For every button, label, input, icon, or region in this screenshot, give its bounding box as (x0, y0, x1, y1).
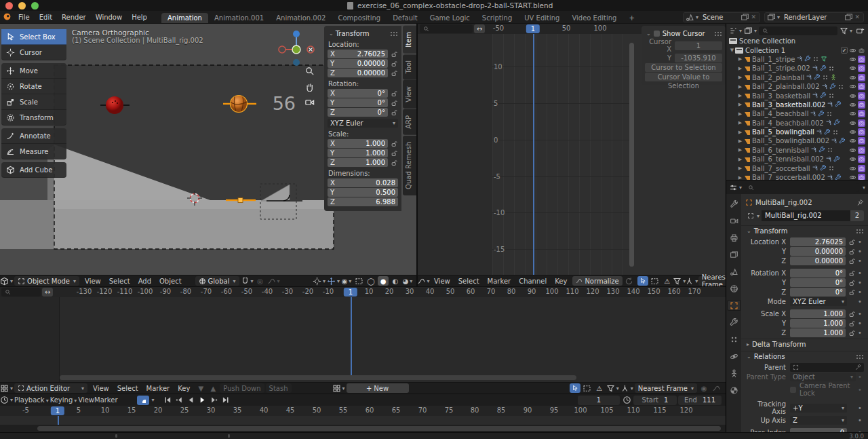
disclosure-icon[interactable]: ▶ (737, 75, 743, 80)
properties-options-dropdown[interactable]: ▾ (863, 185, 865, 191)
cursor-value-to-selection-button[interactable]: Cursor Value to Selection (645, 73, 722, 81)
outliner-object-row[interactable]: ▶ Ball_4_beachball.002 (729, 119, 868, 128)
next-keyframe-button[interactable] (209, 396, 220, 405)
graph-grid[interactable] (492, 34, 631, 275)
disclosure-icon[interactable]: ▶ (737, 120, 743, 126)
rotation-mode-dropdown[interactable]: XYZ Euler▾ (328, 119, 398, 128)
dope-sheet[interactable]: -130-120-110-100-90-80-70-60-50-40-30-20… (0, 286, 726, 382)
timeline[interactable]: -551015202530354045505560657075808590951… (0, 406, 726, 425)
disable-in-renders-icon[interactable] (858, 92, 865, 100)
current-frame-badge[interactable]: 1 (51, 406, 64, 415)
play-reverse-button[interactable] (186, 396, 197, 405)
hide-in-viewport-icon[interactable] (849, 128, 856, 136)
animate-dot[interactable]: • (856, 288, 864, 296)
animate-dot[interactable]: • (856, 269, 864, 277)
animate-dot[interactable]: • (856, 417, 864, 424)
workspace-tab[interactable]: Compositing (332, 13, 387, 23)
tool-button[interactable]: Annotate (1, 128, 66, 144)
timeline-menu[interactable]: Marker (94, 396, 118, 404)
move-action-down-button[interactable]: ▼ (195, 383, 206, 393)
timeline-menu[interactable]: View (78, 396, 94, 404)
value-field[interactable]: 0° (790, 269, 846, 278)
hide-in-viewport-icon[interactable] (849, 83, 856, 90)
editor-type-button[interactable]: ▾ (0, 396, 13, 405)
normalize-toggle[interactable]: Normalize (572, 276, 622, 286)
close-window-button[interactable] (5, 2, 13, 9)
value-field[interactable]: 2.76025 (790, 237, 846, 246)
graph-menu[interactable]: Key (551, 278, 571, 285)
snap-dropdown[interactable]: ▾ (686, 276, 697, 286)
snap-toggle[interactable]: ▾ (241, 276, 254, 286)
bowling-ball[interactable] (106, 96, 123, 114)
menu-item[interactable]: Window (91, 14, 127, 21)
pan-view-icon[interactable] (304, 81, 315, 92)
playback-menu[interactable]: Playback▾ (14, 396, 49, 404)
viewport-menu[interactable]: Object (155, 278, 186, 285)
outliner-object-row[interactable]: ▶ Ball_5_bowlingball.002 (729, 136, 868, 145)
disable-in-renders-icon[interactable] (858, 110, 865, 117)
lock-icon[interactable] (389, 60, 398, 67)
rotation-input[interactable]: Z0° (328, 108, 388, 117)
expand-channels-button[interactable]: ↔ (474, 24, 485, 33)
workspace-tab[interactable]: Video Editing (566, 13, 623, 23)
hide-in-viewport-icon[interactable] (849, 74, 856, 81)
outliner-object-row[interactable]: ▶ Ball_7_soccerball (729, 164, 868, 172)
show-errors-icon[interactable]: ⚠ (662, 276, 673, 286)
outliner-object-row[interactable]: ▶ Ball_1_stripe (729, 55, 868, 64)
gizmos-dropdown[interactable]: ▾ (327, 276, 340, 286)
lock-icon[interactable] (847, 258, 856, 265)
disable-in-renders-icon[interactable] (858, 83, 865, 90)
disable-in-renders-icon[interactable] (858, 155, 865, 163)
properties-tab[interactable] (727, 300, 741, 311)
new-view-layer-icon[interactable] (844, 13, 853, 22)
disable-in-renders-icon[interactable] (858, 174, 865, 180)
graph-menu[interactable]: Channel (515, 278, 551, 285)
filter-dropdown[interactable]: ▾ (674, 276, 685, 286)
current-frame-line[interactable] (351, 297, 352, 379)
collapse-icon[interactable]: ⌄ (646, 31, 651, 37)
display-mode-dropdown[interactable]: ▾ (744, 26, 757, 35)
scene-selector[interactable]: ▾ Scene ✕ (683, 12, 760, 22)
workspace-tab[interactable]: Default (387, 13, 424, 23)
dope-horizontal-scrollbar[interactable] (60, 375, 576, 380)
snap-mode-dropdown[interactable]: Nearest Frame▾ (635, 383, 697, 393)
scale-input[interactable]: Z1.000 (328, 158, 388, 167)
lock-icon[interactable] (847, 270, 856, 277)
lock-icon[interactable] (847, 239, 856, 246)
disable-in-renders-icon[interactable] (858, 128, 865, 136)
expand-channels-button[interactable]: ↔ (42, 288, 53, 297)
snap-dropdown[interactable]: ▾ (620, 383, 633, 393)
menu-item[interactable]: Render (57, 14, 91, 21)
unlink-scene-icon[interactable]: ✕ (749, 14, 757, 20)
outliner-search-input[interactable] (759, 26, 837, 35)
delta-transform-section-header[interactable]: ▸Delta Transform (741, 339, 868, 349)
lock-icon[interactable] (389, 150, 398, 157)
timeline-ruler[interactable]: -551015202530354045505560657075808590951… (0, 406, 726, 416)
proportional-editing-toggle[interactable]: ◉ (698, 383, 709, 393)
minimize-window-button[interactable] (18, 2, 26, 9)
cursor-y-field[interactable]: -1035.910 (675, 54, 722, 62)
tool-button[interactable]: Rotate (1, 79, 66, 94)
menu-item[interactable]: Edit (35, 14, 57, 21)
viewport-menu[interactable]: Add (134, 278, 155, 285)
workspace-tab[interactable]: Game Logic (424, 13, 476, 23)
current-frame-badge[interactable]: 1 (526, 24, 540, 33)
disclosure-icon[interactable]: ▶ (737, 93, 743, 98)
parent-type-dropdown[interactable]: Object▾ (790, 373, 856, 381)
tool-button[interactable]: Transform (1, 110, 66, 126)
value-field[interactable]: 0° (790, 288, 846, 297)
hide-in-viewport-icon[interactable] (849, 101, 856, 109)
camera-parent-lock-checkbox[interactable] (790, 387, 796, 393)
outliner-object-row[interactable]: ▶ Ball_6_tennisball (729, 146, 868, 155)
graph-menu[interactable]: View (430, 278, 454, 285)
scrollbar-handle[interactable] (37, 426, 721, 431)
timeline-scrollbar[interactable] (0, 425, 726, 432)
sidebar-tab[interactable]: ARP (403, 109, 417, 135)
previous-keyframe-button[interactable] (174, 396, 185, 405)
value-field[interactable]: 0.00000 (790, 247, 846, 256)
dimension-input[interactable]: X0.028 (328, 178, 398, 187)
drag-handle[interactable] (390, 31, 398, 36)
properties-search-input[interactable] (745, 183, 859, 192)
frame-end-field[interactable]: End111 (678, 396, 722, 405)
disable-in-renders-icon[interactable] (858, 147, 865, 154)
